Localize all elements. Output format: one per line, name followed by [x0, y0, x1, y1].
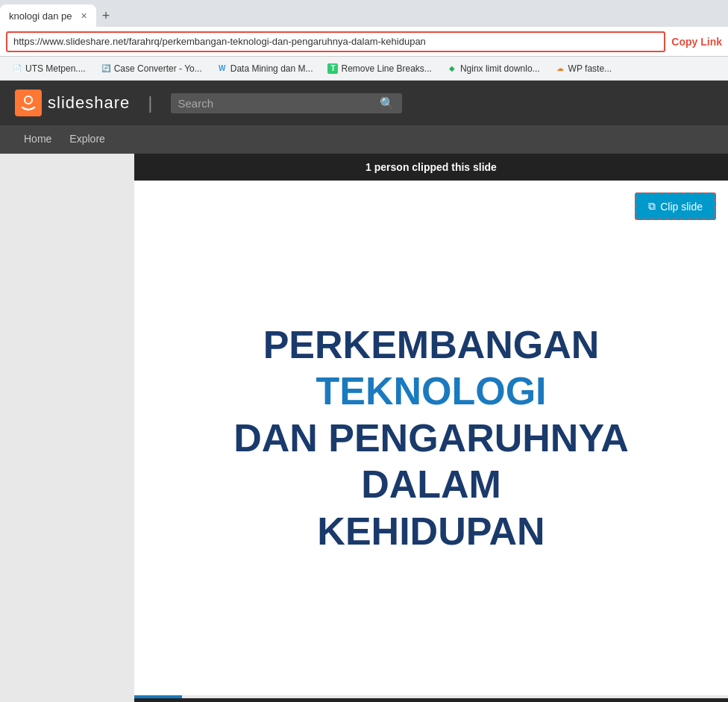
- logo-text: slideshare: [48, 93, 130, 113]
- slide-title-line2: DAN PENGARUHNYA DALAM: [233, 416, 629, 506]
- new-tab-button[interactable]: +: [96, 8, 116, 24]
- nav-home[interactable]: Home: [15, 127, 60, 152]
- bookmark-datamining[interactable]: W Data Mining dan M...: [211, 61, 319, 76]
- slideshare-logo-icon: [15, 90, 42, 116]
- bookmark-nginx[interactable]: ◆ Nginx limit downlo...: [441, 61, 546, 76]
- bookmark-label-nginx: Nginx limit downlo...: [460, 63, 540, 74]
- bookmark-label-uts: UTS Metpen....: [25, 63, 86, 74]
- slide-title-line3: KEHIDUPAN: [317, 510, 545, 553]
- copy-link-button[interactable]: Copy Link: [671, 36, 722, 48]
- bookmark-label-datamining: Data Mining dan M...: [230, 63, 313, 74]
- slide-nav-bar: ◀ 1 of 12 ▶ ⤢: [134, 698, 728, 702]
- address-input[interactable]: [6, 31, 665, 52]
- slide-container: 1 person clipped this slide ⧉ Clip slide…: [134, 154, 728, 702]
- bookmark-icon-uts: 📄: [12, 63, 22, 74]
- active-tab[interactable]: knologi dan pe ×: [0, 4, 96, 27]
- slide-title-line1: PERKEMBANGAN: [263, 323, 600, 366]
- clip-slide-icon: ⧉: [648, 200, 656, 213]
- bookmarks-bar: 📄 UTS Metpen.... 🔄 Case Converter - Yo..…: [0, 57, 728, 81]
- bookmark-icon-wp: W: [217, 63, 228, 74]
- bookmark-uts[interactable]: 📄 UTS Metpen....: [6, 61, 92, 76]
- bookmark-removebreaks[interactable]: T Remove Line Breaks...: [321, 61, 437, 76]
- left-sidebar: [0, 154, 134, 702]
- search-icon[interactable]: 🔍: [380, 96, 395, 110]
- clip-slide-label: Clip slide: [660, 201, 703, 213]
- slide-title: PERKEMBANGAN TEKNOLOGI DAN PENGARUHNYA D…: [164, 322, 698, 554]
- bookmark-icon-case: 🔄: [101, 63, 111, 74]
- bookmark-icon-nginx: ◆: [447, 63, 457, 74]
- bookmark-label-removebreaks: Remove Line Breaks...: [341, 63, 431, 74]
- address-bar-row: Copy Link: [0, 27, 728, 57]
- browser-chrome: knologi dan pe × + Copy Link 📄 UTS Metpe…: [0, 0, 728, 81]
- clip-slide-button[interactable]: ⧉ Clip slide: [635, 192, 716, 220]
- tab-title: knologi dan pe: [9, 10, 72, 22]
- nav-bar: Home Explore: [0, 125, 728, 154]
- slide-viewer: ⧉ Clip slide PERKEMBANGAN TEKNOLOGI DAN …: [134, 181, 728, 695]
- clip-bar-text: person clipped this slide: [371, 161, 497, 173]
- nav-explore[interactable]: Explore: [60, 127, 113, 152]
- slide-content: PERKEMBANGAN TEKNOLOGI DAN PENGARUHNYA D…: [134, 292, 728, 584]
- logo-divider: |: [148, 93, 152, 113]
- search-container: 🔍: [171, 93, 402, 113]
- bookmark-icon-t: T: [327, 63, 338, 74]
- clip-bar: 1 person clipped this slide: [134, 154, 728, 181]
- tab-bar: knologi dan pe × +: [0, 0, 728, 27]
- bookmark-label-wp: WP faste...: [568, 63, 612, 74]
- bookmark-wp[interactable]: ☁ WP faste...: [549, 61, 618, 76]
- main-content: 1 person clipped this slide ⧉ Clip slide…: [0, 154, 728, 702]
- bookmark-case[interactable]: 🔄 Case Converter - Yo...: [95, 61, 208, 76]
- slideshare-header: slideshare | 🔍: [0, 81, 728, 125]
- tab-close-button[interactable]: ×: [81, 10, 87, 22]
- svg-point-2: [25, 97, 31, 103]
- clip-count: 1: [365, 161, 371, 173]
- search-input[interactable]: [178, 97, 374, 110]
- slide-title-highlight: TEKNOLOGI: [316, 369, 546, 413]
- bookmark-icon-cloud: ☁: [555, 63, 565, 74]
- logo: slideshare: [15, 90, 130, 116]
- bookmark-label-case: Case Converter - Yo...: [114, 63, 202, 74]
